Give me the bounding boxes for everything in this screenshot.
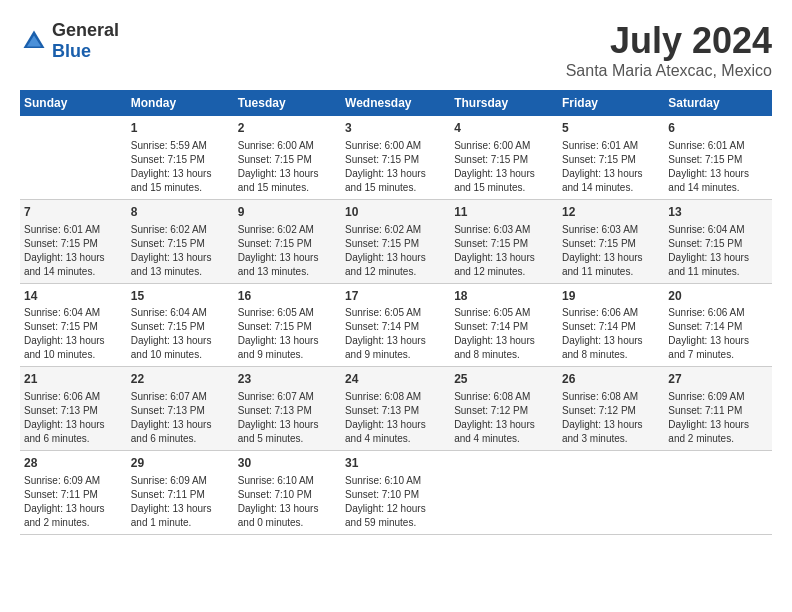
day-info: Sunrise: 6:04 AM Sunset: 7:15 PM Dayligh… xyxy=(24,306,123,362)
day-info: Sunrise: 6:04 AM Sunset: 7:15 PM Dayligh… xyxy=(131,306,230,362)
calendar-week-row: 21Sunrise: 6:06 AM Sunset: 7:13 PM Dayli… xyxy=(20,367,772,451)
day-number: 4 xyxy=(454,120,554,137)
day-info: Sunrise: 6:03 AM Sunset: 7:15 PM Dayligh… xyxy=(454,223,554,279)
day-info: Sunrise: 6:08 AM Sunset: 7:12 PM Dayligh… xyxy=(454,390,554,446)
calendar-cell: 30Sunrise: 6:10 AM Sunset: 7:10 PM Dayli… xyxy=(234,451,341,535)
calendar-cell: 18Sunrise: 6:05 AM Sunset: 7:14 PM Dayli… xyxy=(450,283,558,367)
col-thursday: Thursday xyxy=(450,90,558,116)
day-info: Sunrise: 6:01 AM Sunset: 7:15 PM Dayligh… xyxy=(562,139,660,195)
day-number: 18 xyxy=(454,288,554,305)
col-monday: Monday xyxy=(127,90,234,116)
calendar-week-row: 28Sunrise: 6:09 AM Sunset: 7:11 PM Dayli… xyxy=(20,451,772,535)
day-number: 27 xyxy=(668,371,768,388)
day-number: 6 xyxy=(668,120,768,137)
day-info: Sunrise: 6:09 AM Sunset: 7:11 PM Dayligh… xyxy=(668,390,768,446)
title-block: July 2024 Santa Maria Atexcac, Mexico xyxy=(566,20,772,80)
day-info: Sunrise: 6:08 AM Sunset: 7:12 PM Dayligh… xyxy=(562,390,660,446)
day-info: Sunrise: 6:06 AM Sunset: 7:14 PM Dayligh… xyxy=(562,306,660,362)
calendar-cell: 10Sunrise: 6:02 AM Sunset: 7:15 PM Dayli… xyxy=(341,199,450,283)
calendar-cell: 14Sunrise: 6:04 AM Sunset: 7:15 PM Dayli… xyxy=(20,283,127,367)
day-info: Sunrise: 6:01 AM Sunset: 7:15 PM Dayligh… xyxy=(24,223,123,279)
calendar-cell: 23Sunrise: 6:07 AM Sunset: 7:13 PM Dayli… xyxy=(234,367,341,451)
day-number: 20 xyxy=(668,288,768,305)
day-number: 7 xyxy=(24,204,123,221)
calendar-cell: 20Sunrise: 6:06 AM Sunset: 7:14 PM Dayli… xyxy=(664,283,772,367)
day-number: 2 xyxy=(238,120,337,137)
calendar-cell: 9Sunrise: 6:02 AM Sunset: 7:15 PM Daylig… xyxy=(234,199,341,283)
day-info: Sunrise: 6:05 AM Sunset: 7:15 PM Dayligh… xyxy=(238,306,337,362)
calendar-cell: 22Sunrise: 6:07 AM Sunset: 7:13 PM Dayli… xyxy=(127,367,234,451)
col-friday: Friday xyxy=(558,90,664,116)
day-number: 15 xyxy=(131,288,230,305)
month-title: July 2024 xyxy=(566,20,772,62)
day-number: 11 xyxy=(454,204,554,221)
location-title: Santa Maria Atexcac, Mexico xyxy=(566,62,772,80)
day-number: 16 xyxy=(238,288,337,305)
day-info: Sunrise: 6:10 AM Sunset: 7:10 PM Dayligh… xyxy=(345,474,446,530)
day-info: Sunrise: 6:00 AM Sunset: 7:15 PM Dayligh… xyxy=(345,139,446,195)
day-info: Sunrise: 6:02 AM Sunset: 7:15 PM Dayligh… xyxy=(131,223,230,279)
day-info: Sunrise: 6:03 AM Sunset: 7:15 PM Dayligh… xyxy=(562,223,660,279)
calendar-week-row: 7Sunrise: 6:01 AM Sunset: 7:15 PM Daylig… xyxy=(20,199,772,283)
calendar-cell: 5Sunrise: 6:01 AM Sunset: 7:15 PM Daylig… xyxy=(558,116,664,199)
day-info: Sunrise: 6:05 AM Sunset: 7:14 PM Dayligh… xyxy=(454,306,554,362)
calendar-cell: 17Sunrise: 6:05 AM Sunset: 7:14 PM Dayli… xyxy=(341,283,450,367)
calendar-cell: 25Sunrise: 6:08 AM Sunset: 7:12 PM Dayli… xyxy=(450,367,558,451)
calendar-cell: 6Sunrise: 6:01 AM Sunset: 7:15 PM Daylig… xyxy=(664,116,772,199)
day-info: Sunrise: 6:04 AM Sunset: 7:15 PM Dayligh… xyxy=(668,223,768,279)
calendar-cell xyxy=(450,451,558,535)
day-info: Sunrise: 6:02 AM Sunset: 7:15 PM Dayligh… xyxy=(345,223,446,279)
day-info: Sunrise: 6:00 AM Sunset: 7:15 PM Dayligh… xyxy=(454,139,554,195)
day-number: 1 xyxy=(131,120,230,137)
day-number: 8 xyxy=(131,204,230,221)
col-wednesday: Wednesday xyxy=(341,90,450,116)
calendar-cell: 4Sunrise: 6:00 AM Sunset: 7:15 PM Daylig… xyxy=(450,116,558,199)
page-header: General Blue July 2024 Santa Maria Atexc… xyxy=(20,20,772,80)
day-info: Sunrise: 6:09 AM Sunset: 7:11 PM Dayligh… xyxy=(131,474,230,530)
day-number: 19 xyxy=(562,288,660,305)
calendar-week-row: 1Sunrise: 5:59 AM Sunset: 7:15 PM Daylig… xyxy=(20,116,772,199)
day-number: 31 xyxy=(345,455,446,472)
calendar-cell: 3Sunrise: 6:00 AM Sunset: 7:15 PM Daylig… xyxy=(341,116,450,199)
calendar-cell: 12Sunrise: 6:03 AM Sunset: 7:15 PM Dayli… xyxy=(558,199,664,283)
day-info: Sunrise: 5:59 AM Sunset: 7:15 PM Dayligh… xyxy=(131,139,230,195)
calendar-cell: 8Sunrise: 6:02 AM Sunset: 7:15 PM Daylig… xyxy=(127,199,234,283)
day-number: 12 xyxy=(562,204,660,221)
day-number: 10 xyxy=(345,204,446,221)
day-number: 28 xyxy=(24,455,123,472)
calendar-cell: 15Sunrise: 6:04 AM Sunset: 7:15 PM Dayli… xyxy=(127,283,234,367)
calendar-cell: 2Sunrise: 6:00 AM Sunset: 7:15 PM Daylig… xyxy=(234,116,341,199)
day-info: Sunrise: 6:08 AM Sunset: 7:13 PM Dayligh… xyxy=(345,390,446,446)
day-info: Sunrise: 6:06 AM Sunset: 7:14 PM Dayligh… xyxy=(668,306,768,362)
calendar-cell: 27Sunrise: 6:09 AM Sunset: 7:11 PM Dayli… xyxy=(664,367,772,451)
day-number: 29 xyxy=(131,455,230,472)
calendar-cell: 28Sunrise: 6:09 AM Sunset: 7:11 PM Dayli… xyxy=(20,451,127,535)
calendar-cell: 21Sunrise: 6:06 AM Sunset: 7:13 PM Dayli… xyxy=(20,367,127,451)
logo-icon xyxy=(20,27,48,55)
calendar-cell xyxy=(558,451,664,535)
calendar-header-row: Sunday Monday Tuesday Wednesday Thursday… xyxy=(20,90,772,116)
col-sunday: Sunday xyxy=(20,90,127,116)
day-info: Sunrise: 6:01 AM Sunset: 7:15 PM Dayligh… xyxy=(668,139,768,195)
day-info: Sunrise: 6:05 AM Sunset: 7:14 PM Dayligh… xyxy=(345,306,446,362)
calendar-cell: 16Sunrise: 6:05 AM Sunset: 7:15 PM Dayli… xyxy=(234,283,341,367)
day-info: Sunrise: 6:07 AM Sunset: 7:13 PM Dayligh… xyxy=(238,390,337,446)
day-number: 21 xyxy=(24,371,123,388)
day-number: 13 xyxy=(668,204,768,221)
calendar-table: Sunday Monday Tuesday Wednesday Thursday… xyxy=(20,90,772,535)
day-info: Sunrise: 6:06 AM Sunset: 7:13 PM Dayligh… xyxy=(24,390,123,446)
day-info: Sunrise: 6:00 AM Sunset: 7:15 PM Dayligh… xyxy=(238,139,337,195)
calendar-cell xyxy=(664,451,772,535)
logo-blue: Blue xyxy=(52,41,91,61)
col-tuesday: Tuesday xyxy=(234,90,341,116)
day-number: 25 xyxy=(454,371,554,388)
day-info: Sunrise: 6:02 AM Sunset: 7:15 PM Dayligh… xyxy=(238,223,337,279)
day-info: Sunrise: 6:10 AM Sunset: 7:10 PM Dayligh… xyxy=(238,474,337,530)
calendar-cell: 7Sunrise: 6:01 AM Sunset: 7:15 PM Daylig… xyxy=(20,199,127,283)
day-number: 24 xyxy=(345,371,446,388)
calendar-week-row: 14Sunrise: 6:04 AM Sunset: 7:15 PM Dayli… xyxy=(20,283,772,367)
day-number: 17 xyxy=(345,288,446,305)
calendar-cell: 13Sunrise: 6:04 AM Sunset: 7:15 PM Dayli… xyxy=(664,199,772,283)
day-number: 3 xyxy=(345,120,446,137)
day-number: 5 xyxy=(562,120,660,137)
